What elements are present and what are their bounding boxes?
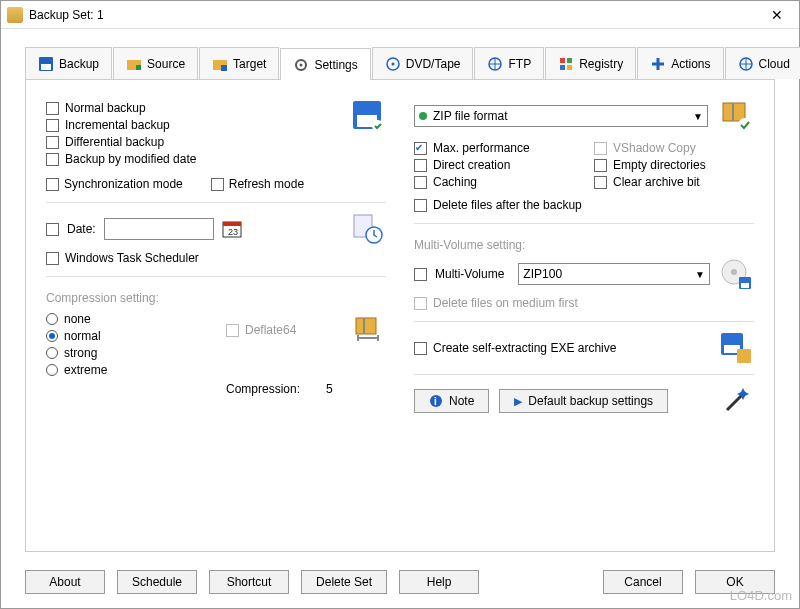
delete-medium-checkbox [414, 297, 427, 310]
caching-checkbox[interactable] [414, 176, 427, 189]
tab-bar: Backup Source Target Settings DVD/Tape F… [25, 47, 775, 80]
svg-text:23: 23 [228, 227, 238, 237]
globe-icon [738, 56, 754, 72]
calendar-icon[interactable]: 23 [222, 219, 242, 239]
differential-backup-checkbox[interactable] [46, 136, 59, 149]
svg-point-28 [738, 118, 752, 132]
incremental-backup-checkbox[interactable] [46, 119, 59, 132]
tab-backup[interactable]: Backup [25, 47, 112, 79]
multivol-header: Multi-Volume setting: [414, 238, 754, 252]
comp-strong-radio[interactable] [46, 347, 58, 359]
compression-value: 5 [326, 382, 333, 396]
comp-none-label: none [64, 312, 91, 326]
date-input[interactable] [104, 218, 214, 240]
default-settings-label: Default backup settings [528, 394, 653, 408]
tab-cloud[interactable]: Cloud [725, 47, 800, 79]
tab-ftp-label: FTP [508, 57, 531, 71]
gear-icon [293, 57, 309, 73]
registry-icon [558, 56, 574, 72]
delete-set-button[interactable]: Delete Set [301, 570, 387, 594]
svg-rect-32 [741, 283, 749, 288]
compression-label: Compression: [226, 382, 300, 396]
left-column: Normal backup Incremental backup Differe… [46, 98, 386, 539]
deflate64-checkbox [226, 324, 239, 337]
empty-dirs-checkbox[interactable] [594, 159, 607, 172]
self-extract-checkbox[interactable] [414, 342, 427, 355]
about-button[interactable]: About [25, 570, 105, 594]
svg-rect-12 [567, 58, 572, 63]
svg-rect-27 [732, 103, 734, 121]
tab-target-label: Target [233, 57, 266, 71]
backup-disk-icon [350, 98, 386, 134]
multivol-combo[interactable]: ZIP100 ▼ [518, 263, 710, 285]
tab-dvd-label: DVD/Tape [406, 57, 461, 71]
differential-backup-label: Differential backup [65, 135, 164, 149]
task-scheduler-checkbox[interactable] [46, 252, 59, 265]
zip-format-combo[interactable]: ZIP file format ▼ [414, 105, 708, 127]
shortcut-button[interactable]: Shortcut [209, 570, 289, 594]
zip-format-value: ZIP file format [433, 109, 507, 123]
comp-extreme-label: extreme [64, 363, 107, 377]
play-icon: ▶ [514, 395, 522, 408]
tab-backup-label: Backup [59, 57, 99, 71]
tab-actions[interactable]: Actions [637, 47, 723, 79]
schedule-button[interactable]: Schedule [117, 570, 197, 594]
note-button[interactable]: i Note [414, 389, 489, 413]
tab-source-label: Source [147, 57, 185, 71]
date-label: Date: [67, 222, 96, 236]
cancel-button[interactable]: Cancel [603, 570, 683, 594]
sync-mode-checkbox[interactable] [46, 178, 59, 191]
comp-extreme-radio[interactable] [46, 364, 58, 376]
tab-target[interactable]: Target [199, 47, 279, 79]
normal-backup-label: Normal backup [65, 101, 146, 115]
deflate64-label: Deflate64 [245, 323, 296, 337]
tab-ftp[interactable]: FTP [474, 47, 544, 79]
backup-modified-checkbox[interactable] [46, 153, 59, 166]
tab-settings[interactable]: Settings [280, 48, 370, 80]
plus-icon [650, 56, 666, 72]
svg-point-9 [391, 63, 394, 66]
svg-rect-24 [356, 318, 376, 334]
svg-rect-1 [41, 64, 51, 70]
save-icon [38, 56, 54, 72]
tab-dvd[interactable]: DVD/Tape [372, 47, 474, 79]
refresh-mode-label: Refresh mode [229, 177, 304, 191]
empty-dirs-label: Empty directories [613, 158, 706, 172]
exe-archive-icon [718, 330, 754, 366]
globe-icon [487, 56, 503, 72]
svg-text:i: i [434, 396, 437, 407]
schedule-icon [350, 211, 386, 247]
direct-creation-checkbox[interactable] [414, 159, 427, 172]
incremental-backup-label: Incremental backup [65, 118, 170, 132]
tab-cloud-label: Cloud [759, 57, 790, 71]
folder-plus-icon [126, 56, 142, 72]
direct-creation-label: Direct creation [433, 158, 510, 172]
note-button-label: Note [449, 394, 474, 408]
max-perf-checkbox[interactable] [414, 142, 427, 155]
tab-source[interactable]: Source [113, 47, 198, 79]
watermark: LO4D.com [730, 588, 792, 603]
delete-after-checkbox[interactable] [414, 199, 427, 212]
clear-archive-checkbox[interactable] [594, 176, 607, 189]
magic-wand-icon [718, 383, 754, 419]
svg-rect-3 [136, 65, 141, 70]
comp-normal-label: normal [64, 329, 101, 343]
close-button[interactable]: ✕ [761, 4, 793, 26]
date-checkbox[interactable] [46, 223, 59, 236]
help-button[interactable]: Help [399, 570, 479, 594]
folder-save-icon [212, 56, 228, 72]
comp-normal-radio[interactable] [46, 330, 58, 342]
compression-header: Compression setting: [46, 291, 386, 305]
delete-after-label: Delete files after the backup [433, 198, 582, 212]
svg-rect-35 [737, 349, 751, 363]
chevron-down-icon: ▼ [693, 111, 703, 122]
svg-rect-5 [221, 65, 227, 71]
tab-registry[interactable]: Registry [545, 47, 636, 79]
normal-backup-checkbox[interactable] [46, 102, 59, 115]
default-settings-button[interactable]: ▶ Default backup settings [499, 389, 668, 413]
multivol-value: ZIP100 [523, 267, 562, 281]
backup-modified-label: Backup by modified date [65, 152, 196, 166]
refresh-mode-checkbox[interactable] [211, 178, 224, 191]
multivol-checkbox[interactable] [414, 268, 427, 281]
comp-none-radio[interactable] [46, 313, 58, 325]
